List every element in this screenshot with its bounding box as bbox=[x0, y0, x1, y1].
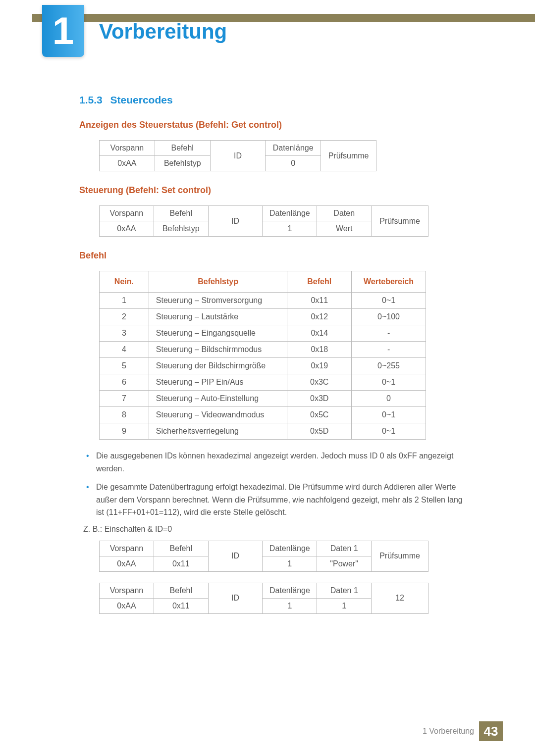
cell: 0~255 bbox=[352, 358, 426, 374]
cell: 4 bbox=[100, 342, 149, 358]
cell: Vorspann bbox=[100, 206, 154, 221]
col-header: Wertebereich bbox=[352, 271, 426, 293]
cell: 0xAA bbox=[100, 556, 154, 571]
subhead-set-control: Steuerung (Befehl: Set control) bbox=[79, 185, 471, 196]
subhead-befehl: Befehl bbox=[79, 251, 471, 261]
cell: Befehl bbox=[154, 541, 208, 556]
cell: 0x18 bbox=[287, 342, 352, 358]
cell: 1 bbox=[263, 221, 317, 237]
table-row: 8Steuerung – Videowandmodus0x5C0~1 bbox=[100, 407, 426, 423]
section-title: Steuercodes bbox=[110, 94, 173, 105]
cell: 1 bbox=[263, 598, 317, 613]
page-content: 1.5.3 Steuercodes Anzeigen des Steuersta… bbox=[79, 94, 471, 619]
cell: 8 bbox=[100, 407, 149, 423]
cell: 0xAA bbox=[100, 598, 154, 613]
notes-list: Die ausgegebenen IDs können hexadezimal … bbox=[83, 450, 471, 519]
table-row: 2Steuerung – Lautstärke0x120~100 bbox=[100, 309, 426, 325]
table-example-2: Vorspann Befehl ID Datenlänge Daten 1 12… bbox=[99, 583, 428, 614]
cell: 7 bbox=[100, 391, 149, 407]
cell: 0xAA bbox=[100, 221, 154, 237]
cell: 0x3C bbox=[287, 374, 352, 391]
table-row: 9Sicherheitsverriegelung0x5D0~1 bbox=[100, 423, 426, 440]
cell: 0 bbox=[352, 391, 426, 407]
footer-text: 1 Vorbereitung bbox=[423, 727, 474, 736]
cell: 6 bbox=[100, 374, 149, 391]
cell: Vorspann bbox=[100, 541, 154, 556]
cell: ID bbox=[208, 541, 263, 571]
cell: Steuerung – Bildschirmmodus bbox=[149, 342, 287, 358]
cell: Steuerung – PIP Ein/Aus bbox=[149, 374, 287, 391]
cell: 0x14 bbox=[287, 325, 352, 342]
cell: Daten 1 bbox=[317, 541, 372, 556]
cell: "Power" bbox=[317, 556, 372, 571]
section-number: 1.5.3 bbox=[79, 94, 103, 105]
table-row: 7Steuerung – Auto-Einstellung0x3D0 bbox=[100, 391, 426, 407]
cell: 0~100 bbox=[352, 309, 426, 325]
cell: 3 bbox=[100, 325, 149, 342]
cell: Steuerung – Lautstärke bbox=[149, 309, 287, 325]
table-example-1: Vorspann Befehl ID Datenlänge Daten 1 Pr… bbox=[99, 541, 428, 572]
cell: Datenlänge bbox=[263, 541, 317, 556]
col-header: Befehl bbox=[287, 271, 352, 293]
chapter-title: Vorbereitung bbox=[99, 20, 227, 44]
chapter-number: 1 bbox=[53, 8, 74, 53]
cell: Daten 1 bbox=[317, 583, 372, 598]
cell: Datenlänge bbox=[263, 206, 317, 221]
cell: 9 bbox=[100, 423, 149, 440]
cell: 0x3D bbox=[287, 391, 352, 407]
cell: 0x11 bbox=[154, 556, 208, 571]
cell: Steuerung der Bildschirmgröße bbox=[149, 358, 287, 374]
table-row: 1Steuerung – Stromversorgung0x110~1 bbox=[100, 293, 426, 309]
cell: Vorspann bbox=[100, 583, 154, 598]
cell: 0~1 bbox=[352, 407, 426, 423]
cell: 0xAA bbox=[100, 156, 155, 171]
example-label: Z. B.: Einschalten & ID=0 bbox=[83, 525, 471, 534]
cell: Datenlänge bbox=[263, 583, 317, 598]
cell: ID bbox=[210, 141, 266, 171]
cell: 0x11 bbox=[287, 293, 352, 309]
cell: - bbox=[352, 342, 426, 358]
note-item: Die gesammte Datenübertragung erfolgt he… bbox=[83, 481, 471, 519]
cell: 0 bbox=[266, 156, 321, 171]
cell: 0~1 bbox=[352, 374, 426, 391]
table-commands: Nein. Befehlstyp Befehl Wertebereich 1St… bbox=[99, 271, 426, 440]
table-row: 4Steuerung – Bildschirmmodus0x18- bbox=[100, 342, 426, 358]
cell: 12 bbox=[372, 583, 428, 613]
col-header: Nein. bbox=[100, 271, 149, 293]
cell: 2 bbox=[100, 309, 149, 325]
chapter-number-badge: 1 bbox=[42, 5, 84, 57]
cell: Befehlstyp bbox=[155, 156, 210, 171]
cell: Befehl bbox=[154, 206, 208, 221]
subhead-get-control: Anzeigen des Steuerstatus (Befehl: Get c… bbox=[79, 120, 471, 130]
footer-page-number: 43 bbox=[479, 721, 503, 741]
col-header: Befehlstyp bbox=[149, 271, 287, 293]
cell: 0~1 bbox=[352, 293, 426, 309]
cell: Steuerung – Eingangsquelle bbox=[149, 325, 287, 342]
table-set-control: Vorspann Befehl ID Datenlänge Daten Prüf… bbox=[99, 205, 428, 237]
page-footer: 1 Vorbereitung 43 bbox=[423, 721, 503, 741]
cell: Befehl bbox=[155, 141, 210, 156]
cell: Befehlstyp bbox=[154, 221, 208, 237]
table-row: 6Steuerung – PIP Ein/Aus0x3C0~1 bbox=[100, 374, 426, 391]
cell: Daten bbox=[317, 206, 372, 221]
cell: Befehl bbox=[154, 583, 208, 598]
cell: Prüfsumme bbox=[321, 141, 376, 171]
cell: Sicherheitsverriegelung bbox=[149, 423, 287, 440]
table-get-control: Vorspann Befehl ID Datenlänge Prüfsumme … bbox=[99, 140, 376, 171]
cell: 5 bbox=[100, 358, 149, 374]
cell: Prüfsumme bbox=[372, 206, 428, 237]
cell: Steuerung – Videowandmodus bbox=[149, 407, 287, 423]
cell: Steuerung – Auto-Einstellung bbox=[149, 391, 287, 407]
cell: 0x19 bbox=[287, 358, 352, 374]
section-heading: 1.5.3 Steuercodes bbox=[79, 94, 471, 106]
cell: Steuerung – Stromversorgung bbox=[149, 293, 287, 309]
cell: Vorspann bbox=[100, 141, 155, 156]
cell: Wert bbox=[317, 221, 372, 237]
cell: 1 bbox=[263, 556, 317, 571]
cell: 0x11 bbox=[154, 598, 208, 613]
table-row: 5Steuerung der Bildschirmgröße0x190~255 bbox=[100, 358, 426, 374]
cell: 0x5C bbox=[287, 407, 352, 423]
cell: 1 bbox=[100, 293, 149, 309]
cell: 0x12 bbox=[287, 309, 352, 325]
cell: 0x5D bbox=[287, 423, 352, 440]
